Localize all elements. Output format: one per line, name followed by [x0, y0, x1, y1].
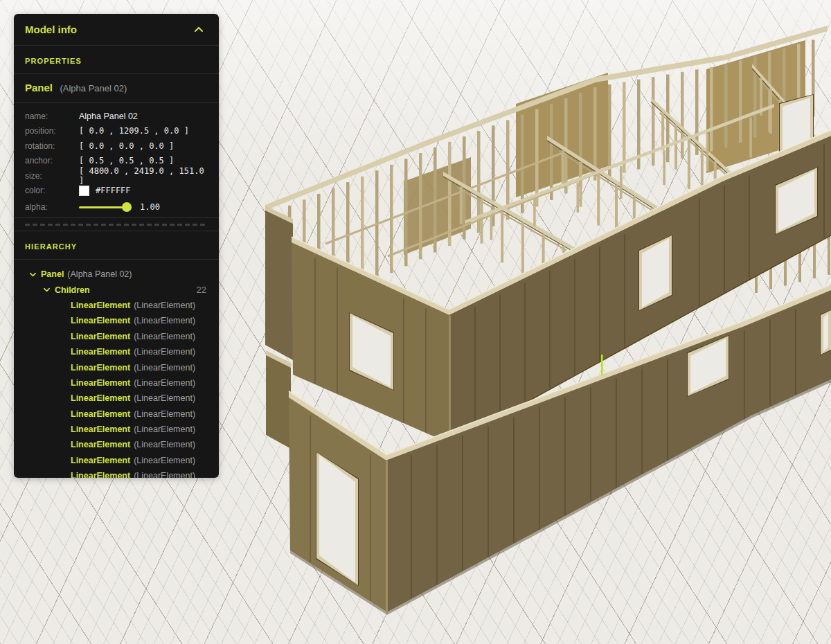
alpha-slider-knob[interactable]	[122, 202, 132, 212]
node-type: LinearElement	[71, 409, 130, 419]
property-value: [ 0.5 , 0.5 , 0.5 ]	[79, 156, 174, 166]
property-row: size: [ 4800.0 , 2419.0 , 151.0 ]	[14, 168, 219, 184]
node-instance: (LinearElement)	[134, 347, 195, 357]
chevron-down-icon[interactable]	[29, 271, 37, 278]
node-instance: (LinearElement)	[134, 456, 195, 465]
property-row: name: Alpha Panel 02	[14, 109, 219, 124]
node-type: LinearElement	[71, 393, 130, 403]
divider	[14, 217, 219, 218]
property-value: Alpha Panel 02	[79, 111, 138, 121]
node-type: Panel	[41, 269, 64, 279]
tree-row[interactable]: Children22	[14, 282, 219, 297]
tree-row[interactable]: LinearElement(LinearElement)	[14, 453, 219, 468]
hierarchy-section: HIERARCHY Panel(Alpha Panel 02)Children2…	[14, 231, 219, 478]
color-swatch[interactable]	[79, 186, 89, 196]
tree-row[interactable]: LinearElement(LinearElement)	[14, 359, 219, 375]
node-type: LinearElement	[71, 347, 130, 357]
selection-marker	[601, 355, 603, 375]
property-value: [ 0.0 , 1209.5 , 0.0 ]	[79, 126, 189, 136]
node-instance: (LinearElement)	[134, 440, 195, 449]
model-info-panel: Model info PROPERTIES Panel (Alpha Panel…	[14, 14, 219, 478]
alpha-value: 1.00	[140, 202, 160, 212]
properties-section-header: PROPERTIES	[14, 46, 219, 74]
chevron-down-icon[interactable]	[43, 286, 51, 294]
property-label: rotation:	[25, 141, 79, 151]
node-instance: (LinearElement)	[134, 393, 195, 403]
tree-row[interactable]: LinearElement(LinearElement)	[14, 344, 219, 359]
node-type: LinearElement	[71, 363, 130, 373]
property-label: anchor:	[25, 156, 79, 166]
tree-row[interactable]: LinearElement(LinearElement)	[14, 468, 219, 478]
alpha-row: alpha: 1.00	[14, 198, 219, 216]
selected-object-title: Panel (Alpha Panel 02)	[14, 74, 219, 103]
clipped-property-row	[25, 220, 208, 226]
node-type: LinearElement	[71, 456, 130, 465]
hierarchy-tree: Panel(Alpha Panel 02)Children22LinearEle…	[14, 260, 219, 478]
hierarchy-section-header: HIERARCHY	[14, 231, 219, 260]
property-row: position: [ 0.0 , 1209.5 , 0.0 ]	[14, 124, 219, 139]
selected-type: Panel	[25, 82, 53, 93]
selected-instance: (Alpha Panel 02)	[60, 83, 127, 93]
node-instance: (LinearElement)	[134, 301, 195, 310]
node-type: LinearElement	[71, 378, 130, 388]
children-count: 22	[197, 285, 219, 295]
property-row: rotation: [ 0.0 , 0.0 , 0.0 ]	[14, 138, 219, 154]
chevron-up-icon[interactable]	[194, 26, 204, 33]
node-instance: (LinearElement)	[134, 332, 195, 341]
panel-header[interactable]: Model info	[14, 14, 219, 46]
tree-row[interactable]: LinearElement(LinearElement)	[14, 422, 219, 437]
node-instance: (LinearElement)	[134, 471, 195, 478]
tree-row[interactable]: LinearElement(LinearElement)	[14, 298, 219, 313]
property-label: name:	[25, 111, 79, 121]
tree-row[interactable]: LinearElement(LinearElement)	[14, 437, 219, 452]
tree-row[interactable]: LinearElement(LinearElement)	[14, 406, 219, 422]
tree-row[interactable]: Panel(Alpha Panel 02)	[14, 267, 219, 282]
node-type: LinearElement	[71, 301, 130, 310]
node-type: LinearElement	[71, 332, 130, 341]
node-type: LinearElement	[71, 424, 130, 434]
node-type: LinearElement	[71, 316, 130, 325]
alpha-slider[interactable]	[79, 206, 132, 208]
panel-title: Model info	[25, 24, 77, 35]
tree-row[interactable]: LinearElement(LinearElement)	[14, 313, 219, 328]
tree-row[interactable]: LinearElement(LinearElement)	[14, 391, 219, 406]
property-value: [ 0.0 , 0.0 , 0.0 ]	[79, 141, 174, 151]
node-instance: (LinearElement)	[134, 316, 195, 325]
tree-row[interactable]: LinearElement(LinearElement)	[14, 375, 219, 391]
color-value: #FFFFFF	[96, 186, 131, 195]
node-type: Children	[55, 285, 90, 295]
node-instance: (LinearElement)	[134, 378, 195, 388]
node-instance: (Alpha Panel 02)	[67, 269, 132, 279]
property-label: position:	[25, 126, 79, 136]
properties-list: name: Alpha Panel 02position: [ 0.0 , 12…	[14, 103, 219, 231]
property-label: size:	[25, 171, 79, 181]
node-instance: (LinearElement)	[134, 363, 195, 373]
property-value: [ 4800.0 , 2419.0 , 151.0 ]	[79, 166, 208, 186]
node-type: LinearElement	[71, 471, 130, 478]
tree-row[interactable]: LinearElement(LinearElement)	[14, 329, 219, 344]
node-instance: (LinearElement)	[134, 409, 195, 419]
node-instance: (LinearElement)	[134, 424, 195, 434]
node-type: LinearElement	[71, 440, 130, 449]
